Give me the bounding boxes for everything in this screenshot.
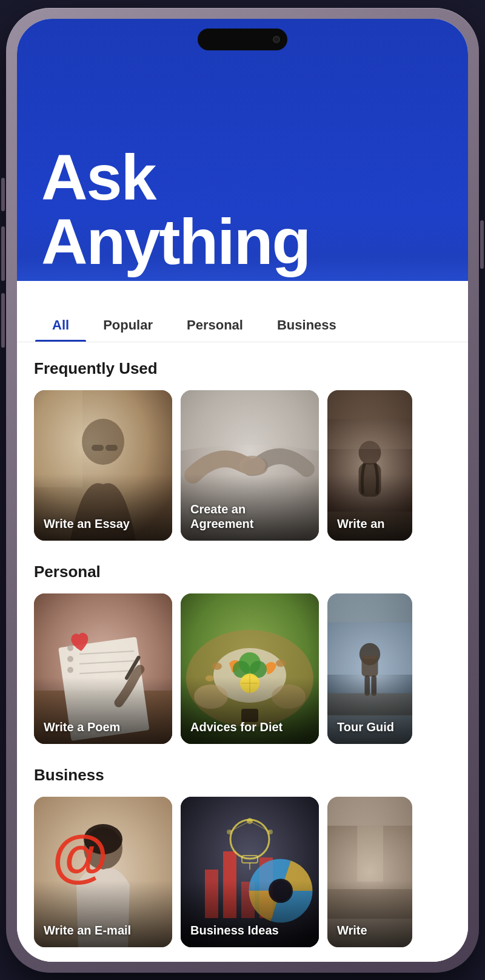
svg-rect-38 bbox=[363, 655, 376, 658]
volume-down-button bbox=[1, 293, 5, 348]
phone-frame: Ask Anything All Popular Personal Busine… bbox=[6, 8, 479, 973]
tabs-container: All Popular Personal Business bbox=[17, 298, 468, 342]
svg-point-6 bbox=[239, 456, 266, 475]
card-write-poem[interactable]: Write a Poem bbox=[34, 593, 172, 744]
volume-up-button bbox=[1, 226, 5, 281]
card-label-tour: Tour Guid bbox=[337, 720, 403, 734]
card-label-email: Write an E-mail bbox=[44, 923, 162, 938]
personal-row: Write a Poem bbox=[34, 593, 451, 744]
tabs-row: All Popular Personal Business bbox=[35, 309, 450, 342]
svg-rect-2 bbox=[92, 445, 104, 451]
card-write-email[interactable]: @ Write an E-mail bbox=[34, 797, 172, 947]
svg-point-16 bbox=[67, 667, 73, 673]
card-write-an-partial[interactable]: Write an bbox=[327, 390, 412, 541]
svg-rect-66 bbox=[357, 825, 383, 881]
card-label-essay: Write an Essay bbox=[44, 516, 162, 531]
svg-point-14 bbox=[67, 645, 73, 651]
card-label-diet: Advices for Diet bbox=[190, 720, 309, 734]
header-title: Ask Anything bbox=[41, 145, 310, 274]
svg-rect-37 bbox=[361, 656, 378, 677]
card-label-write3: Write bbox=[337, 923, 403, 938]
card-label-write-an: Write an bbox=[337, 516, 403, 531]
tab-popular[interactable]: Popular bbox=[86, 309, 170, 342]
svg-point-31 bbox=[212, 663, 222, 670]
tab-business[interactable]: Business bbox=[260, 309, 353, 342]
svg-text:@: @ bbox=[52, 823, 109, 888]
svg-rect-4 bbox=[34, 390, 82, 487]
svg-rect-3 bbox=[105, 445, 118, 451]
tab-all[interactable]: All bbox=[35, 309, 86, 342]
tab-personal[interactable]: Personal bbox=[170, 309, 260, 342]
camera-dot bbox=[273, 36, 280, 43]
phone-screen: Ask Anything All Popular Personal Busine… bbox=[17, 19, 468, 962]
frequently-used-row: Write an Essay bbox=[34, 390, 451, 541]
section-title-business: Business bbox=[34, 766, 451, 785]
svg-point-15 bbox=[67, 656, 73, 662]
main-content: Frequently Used bbox=[17, 342, 468, 962]
card-write3-partial[interactable]: Write bbox=[327, 797, 412, 947]
app-header: Ask Anything bbox=[17, 19, 468, 298]
card-business-ideas[interactable]: Business Ideas bbox=[181, 797, 319, 947]
section-title-frequently: Frequently Used bbox=[34, 359, 451, 378]
section-title-personal: Personal bbox=[34, 563, 451, 581]
business-row: @ Write an E-mail bbox=[34, 797, 451, 947]
card-label-agreement: Create an Agreement bbox=[190, 502, 309, 531]
svg-rect-10 bbox=[327, 419, 412, 448]
card-tour-guide-partial[interactable]: Tour Guid bbox=[327, 593, 412, 744]
card-label-business: Business Ideas bbox=[190, 923, 309, 938]
card-advices-diet[interactable]: Advices for Diet bbox=[181, 593, 319, 744]
card-label-poem: Write a Poem bbox=[44, 720, 162, 734]
svg-point-32 bbox=[276, 660, 286, 667]
silent-button bbox=[1, 178, 5, 211]
card-write-essay[interactable]: Write an Essay bbox=[34, 390, 172, 541]
power-button bbox=[480, 220, 484, 269]
card-create-agreement[interactable]: Create an Agreement bbox=[181, 390, 319, 541]
svg-point-1 bbox=[82, 419, 124, 465]
dynamic-island bbox=[198, 29, 287, 50]
